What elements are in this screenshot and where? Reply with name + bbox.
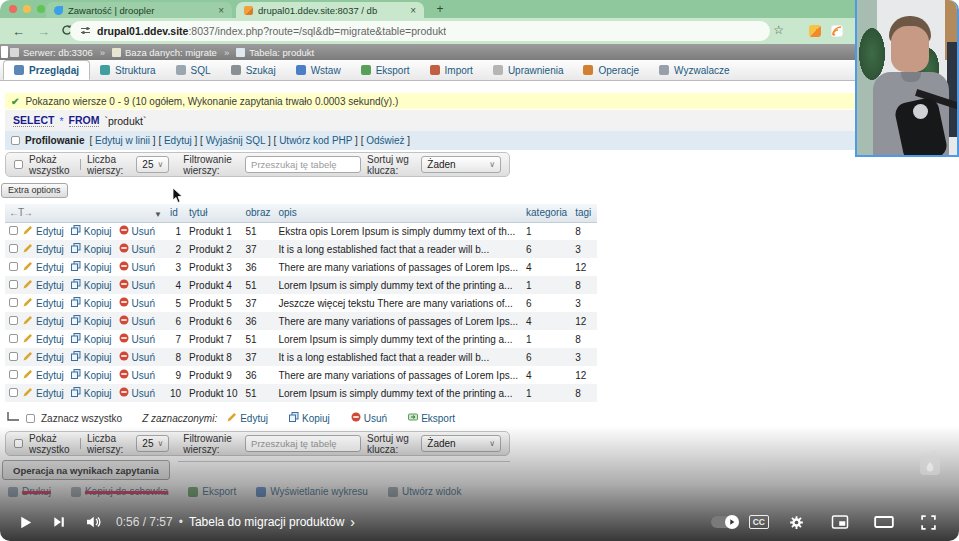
- pma-tab-wstaw[interactable]: Wstaw: [286, 60, 351, 80]
- close-window-icon[interactable]: [9, 5, 17, 13]
- copy-link[interactable]: Kopiuj: [71, 333, 112, 345]
- edit-link[interactable]: Edytuj: [23, 387, 64, 399]
- pma-tab-struktura[interactable]: Struktura: [90, 60, 166, 80]
- copy-link[interactable]: Kopiuj: [71, 261, 112, 273]
- copy-link[interactable]: Kopiuj: [71, 315, 112, 327]
- copy-link[interactable]: Kopiuj: [289, 412, 330, 424]
- zoom-window-icon[interactable]: [37, 5, 45, 13]
- delete-link[interactable]: Usuń: [119, 279, 155, 291]
- column-options-icon[interactable]: ←T→: [9, 207, 32, 218]
- delete-link[interactable]: Usuń: [119, 333, 155, 345]
- row-checkbox[interactable]: [9, 298, 18, 307]
- volume-icon[interactable]: [76, 507, 110, 537]
- edit-link[interactable]: Edytuj: [23, 243, 64, 255]
- column-header-tagi[interactable]: tagi: [571, 204, 597, 222]
- edit-link[interactable]: Edytuj: [23, 333, 64, 345]
- show-all-checkbox[interactable]: [14, 160, 23, 169]
- export-link[interactable]: Eksport: [408, 412, 455, 424]
- edit-link[interactable]: Edytuj: [23, 279, 64, 291]
- extension-icon[interactable]: [809, 25, 821, 37]
- settings-gear-icon[interactable]: [779, 507, 813, 537]
- profiling-link[interactable]: Wyjaśnij SQL: [206, 135, 266, 146]
- actions-header[interactable]: ←T→▼: [5, 204, 166, 222]
- profiling-link[interactable]: Edytuj w linii: [95, 135, 150, 146]
- row-checkbox[interactable]: [9, 262, 18, 271]
- row-checkbox[interactable]: [9, 316, 18, 325]
- extra-options-button[interactable]: Extra options: [1, 183, 68, 198]
- breadcrumb-item[interactable]: Baza danych: migrate: [112, 47, 217, 58]
- copy-link[interactable]: Kopiuj: [71, 243, 112, 255]
- table-search-input[interactable]: [245, 156, 361, 173]
- copy-link[interactable]: Kopiuj: [71, 225, 112, 237]
- row-checkbox[interactable]: [9, 280, 18, 289]
- edit-link[interactable]: Edytuj: [23, 369, 64, 381]
- captions-button[interactable]: CC: [749, 515, 769, 529]
- row-checkbox[interactable]: [9, 334, 18, 343]
- url-bar[interactable]: drupal01.ddev.site:8037/index.php?route=…: [70, 21, 770, 41]
- pma-tab-wyzwalacze[interactable]: Wyzwalacze: [649, 60, 739, 80]
- profiling-link[interactable]: Edytuj: [164, 135, 192, 146]
- delete-link[interactable]: Usuń: [351, 412, 387, 424]
- pma-tab-import[interactable]: Import: [420, 60, 483, 80]
- edit-link[interactable]: Edytuj: [227, 412, 268, 424]
- close-tab-icon[interactable]: ×: [410, 5, 416, 16]
- bookmark-star-icon[interactable]: ☆: [773, 23, 784, 37]
- check-all-checkbox[interactable]: [26, 414, 35, 423]
- row-checkbox[interactable]: [9, 370, 18, 379]
- edit-link[interactable]: Edytuj: [23, 297, 64, 309]
- rss-extension-icon[interactable]: [831, 25, 843, 37]
- pma-tab-szukaj[interactable]: Szukaj: [221, 60, 286, 80]
- delete-link[interactable]: Usuń: [119, 351, 155, 363]
- row-checkbox[interactable]: [9, 226, 18, 235]
- pma-tab-operacje[interactable]: Operacje: [573, 60, 649, 80]
- delete-link[interactable]: Usuń: [119, 261, 155, 273]
- delete-link[interactable]: Usuń: [119, 297, 155, 309]
- profiling-checkbox[interactable]: [11, 136, 20, 145]
- row-checkbox[interactable]: [9, 244, 18, 253]
- profiling-link[interactable]: Odśwież: [366, 135, 404, 146]
- delete-link[interactable]: Usuń: [119, 315, 155, 327]
- column-header-tytul[interactable]: tytuł: [185, 204, 241, 222]
- column-header-kategoria[interactable]: kategoria: [522, 204, 571, 222]
- sort-key-select[interactable]: Żaden∨: [421, 156, 501, 173]
- channel-watermark-icon[interactable]: [917, 450, 943, 482]
- breadcrumb-item[interactable]: Tabela: produkt: [236, 47, 314, 58]
- edit-link[interactable]: Edytuj: [23, 261, 64, 273]
- breadcrumb-item[interactable]: Serwer: db:3306: [10, 47, 93, 58]
- copy-link[interactable]: Kopiuj: [71, 279, 112, 291]
- row-checkbox[interactable]: [9, 388, 18, 397]
- browser-tab-droopler[interactable]: Zawartość | droopler ×: [46, 2, 232, 18]
- delete-link[interactable]: Usuń: [119, 243, 155, 255]
- profiling-link[interactable]: Utwórz kod PHP: [279, 135, 352, 146]
- miniplayer-button[interactable]: [823, 507, 857, 537]
- pma-tab-przeglądaj[interactable]: Przeglądaj: [3, 60, 90, 80]
- delete-link[interactable]: Usuń: [119, 369, 155, 381]
- theater-mode-button[interactable]: [867, 507, 901, 537]
- copy-link[interactable]: Kopiuj: [71, 369, 112, 381]
- edit-link[interactable]: Edytuj: [23, 225, 64, 237]
- next-button[interactable]: [42, 507, 76, 537]
- copy-link[interactable]: Kopiuj: [71, 297, 112, 309]
- fullscreen-button[interactable]: [911, 507, 945, 537]
- pma-tab-sql[interactable]: SQL: [166, 60, 221, 80]
- minimize-window-icon[interactable]: [23, 5, 31, 13]
- pma-tab-eksport[interactable]: Eksport: [351, 60, 420, 80]
- edit-link[interactable]: Edytuj: [23, 351, 64, 363]
- edit-link[interactable]: Edytuj: [23, 315, 64, 327]
- copy-link[interactable]: Kopiuj: [71, 387, 112, 399]
- play-button[interactable]: [8, 507, 42, 537]
- back-icon[interactable]: ←: [12, 25, 25, 38]
- browser-tab-phpmyadmin[interactable]: drupal01.ddev.site:8037 / db ×: [236, 2, 424, 18]
- rows-count-select[interactable]: 25∨: [136, 156, 169, 173]
- forward-icon[interactable]: →: [37, 25, 50, 38]
- row-checkbox[interactable]: [9, 352, 18, 361]
- column-header-obraz[interactable]: obraz: [241, 204, 274, 222]
- new-tab-button[interactable]: +: [432, 2, 448, 18]
- chapter-chevron-icon[interactable]: ›: [350, 514, 355, 530]
- pma-tab-uprawnienia[interactable]: Uprawnienia: [483, 60, 574, 80]
- chapter-title[interactable]: Tabela do migracji produktów: [189, 515, 344, 529]
- delete-link[interactable]: Usuń: [119, 225, 155, 237]
- delete-link[interactable]: Usuń: [119, 387, 155, 399]
- close-tab-icon[interactable]: ×: [218, 5, 224, 16]
- autoplay-toggle[interactable]: [711, 516, 739, 528]
